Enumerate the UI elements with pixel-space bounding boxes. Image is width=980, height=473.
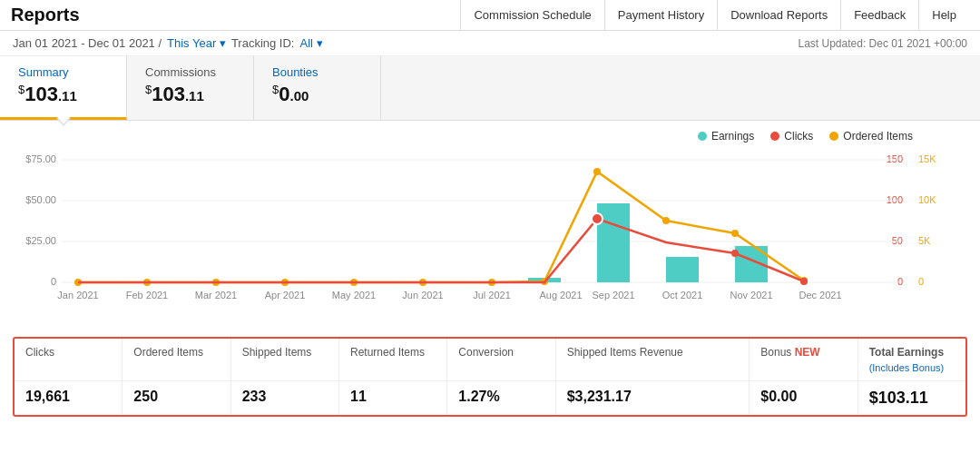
svg-text:5K: 5K bbox=[918, 235, 931, 246]
svg-text:Apr 2021: Apr 2021 bbox=[265, 290, 306, 301]
total-col-sublabel: (Includes Bonus) bbox=[869, 362, 955, 373]
ordered-col-label: Ordered Items bbox=[133, 346, 219, 359]
svg-text:Jan 2021: Jan 2021 bbox=[57, 290, 98, 301]
stats-header-clicks: Clicks bbox=[15, 339, 122, 380]
svg-text:0: 0 bbox=[918, 276, 924, 287]
dot-oct-oi bbox=[662, 217, 670, 224]
summary-tabs: Summary $103.11 Commissions $103.11 Boun… bbox=[0, 56, 980, 121]
revenue-col-label: Shipped Items Revenue bbox=[567, 346, 739, 359]
clicks-dot bbox=[770, 132, 779, 141]
clicks-label: Clicks bbox=[784, 130, 813, 143]
top-nav: Reports Commission Schedule Payment Hist… bbox=[0, 0, 980, 31]
tab-summary-title: Summary bbox=[18, 65, 108, 79]
this-year-filter[interactable]: This Year ▾ bbox=[167, 36, 226, 50]
stats-header-revenue: Shipped Items Revenue bbox=[556, 339, 750, 380]
tab-bounties[interactable]: Bounties $0.00 bbox=[254, 56, 381, 120]
tab-bounties-title: Bounties bbox=[272, 65, 362, 79]
svg-text:0: 0 bbox=[51, 276, 56, 287]
stats-header-shipped: Shipped Items bbox=[231, 339, 339, 380]
svg-text:15K: 15K bbox=[918, 153, 936, 164]
date-range: Jan 01 2021 - Dec 01 2021 / bbox=[13, 36, 162, 50]
bar-oct bbox=[666, 257, 699, 282]
tab-bounties-value: $0.00 bbox=[272, 83, 362, 106]
ordered-value: 250 bbox=[133, 389, 219, 405]
svg-text:Jun 2021: Jun 2021 bbox=[402, 290, 443, 301]
stats-table-wrapper: Clicks Ordered Items Shipped Items Retur… bbox=[13, 337, 967, 417]
revenue-value: $3,231.17 bbox=[567, 389, 739, 405]
svg-text:$25.00: $25.00 bbox=[25, 235, 56, 246]
stats-header-total: Total Earnings (Includes Bonus) bbox=[858, 339, 965, 380]
svg-text:Nov 2021: Nov 2021 bbox=[730, 290, 772, 301]
stats-header-returned: Returned Items bbox=[339, 339, 447, 380]
dot-sep-oi bbox=[593, 168, 601, 175]
tracking-id-filter[interactable]: All ▾ bbox=[299, 36, 322, 50]
nav-feedback[interactable]: Feedback bbox=[840, 0, 918, 31]
chart-container: $75.00 $50.00 $25.00 0 15K 10K 5K 0 150 … bbox=[13, 146, 967, 314]
svg-text:$50.00: $50.00 bbox=[25, 194, 56, 205]
tab-commissions-title: Commissions bbox=[145, 65, 235, 79]
ordered-items-label: Ordered Items bbox=[843, 130, 913, 143]
bonus-value-cell: $0.00 bbox=[750, 381, 858, 415]
tracking-label: Tracking ID: bbox=[231, 36, 295, 50]
nav-download-reports[interactable]: Download Reports bbox=[717, 0, 840, 31]
svg-text:Dec 2021: Dec 2021 bbox=[799, 290, 841, 301]
svg-text:Mar 2021: Mar 2021 bbox=[195, 290, 237, 301]
clicks-value: 19,661 bbox=[25, 389, 111, 405]
stats-header-row: Clicks Ordered Items Shipped Items Retur… bbox=[15, 339, 965, 381]
ordered-items-dot bbox=[829, 132, 838, 141]
conversion-value: 1.27% bbox=[458, 389, 544, 405]
dot-nov-clicks bbox=[731, 250, 739, 257]
earnings-label: Earnings bbox=[711, 130, 754, 143]
svg-text:100: 100 bbox=[887, 194, 903, 205]
total-value-cell: $103.11 bbox=[858, 381, 965, 415]
svg-text:Jul 2021: Jul 2021 bbox=[473, 290, 511, 301]
svg-text:Aug 2021: Aug 2021 bbox=[539, 290, 582, 301]
chart-area: Earnings Clicks Ordered Items $75.00 $50… bbox=[0, 121, 980, 330]
nav-menu: Commission Schedule Payment History Down… bbox=[460, 0, 969, 31]
tab-commissions[interactable]: Commissions $103.11 bbox=[127, 56, 254, 120]
conversion-value-cell: 1.27% bbox=[447, 381, 555, 415]
svg-text:$75.00: $75.00 bbox=[25, 153, 56, 164]
ordered-value-cell: 250 bbox=[122, 381, 230, 415]
dot-nov-oi bbox=[731, 230, 739, 237]
nav-payment-history[interactable]: Payment History bbox=[604, 0, 717, 31]
stats-header-conversion: Conversion bbox=[447, 339, 555, 380]
returned-col-label: Returned Items bbox=[350, 346, 436, 359]
shipped-value: 233 bbox=[242, 389, 328, 405]
shipped-value-cell: 233 bbox=[231, 381, 339, 415]
total-value: $103.11 bbox=[869, 389, 955, 408]
svg-text:Feb 2021: Feb 2021 bbox=[126, 290, 168, 301]
sub-header: Jan 01 2021 - Dec 01 2021 / This Year ▾ … bbox=[0, 31, 980, 56]
svg-text:May 2021: May 2021 bbox=[332, 290, 376, 301]
dot-sep-clicks bbox=[592, 213, 603, 224]
stats-value-row: 19,661 250 233 11 1.27% $3,231.17 $0.00 … bbox=[15, 381, 965, 415]
tab-summary[interactable]: Summary $103.11 bbox=[0, 56, 127, 120]
new-badge: NEW bbox=[795, 346, 820, 359]
chart-legend: Earnings Clicks Ordered Items bbox=[13, 130, 967, 143]
page-title: Reports bbox=[11, 5, 80, 25]
stats-header-bonus: Bonus NEW bbox=[750, 339, 858, 380]
returned-value: 11 bbox=[350, 389, 436, 405]
nav-help[interactable]: Help bbox=[918, 0, 969, 31]
svg-text:50: 50 bbox=[892, 235, 903, 246]
tab-summary-value: $103.11 bbox=[18, 83, 108, 106]
svg-text:Oct 2021: Oct 2021 bbox=[662, 290, 703, 301]
tab-commissions-value: $103.11 bbox=[145, 83, 235, 106]
nav-commission-schedule[interactable]: Commission Schedule bbox=[460, 0, 603, 31]
svg-text:Sep 2021: Sep 2021 bbox=[592, 290, 634, 301]
svg-text:0: 0 bbox=[897, 276, 903, 287]
date-filter: Jan 01 2021 - Dec 01 2021 / This Year ▾ … bbox=[13, 36, 323, 50]
clicks-col-label: Clicks bbox=[25, 346, 111, 359]
stats-header-ordered: Ordered Items bbox=[122, 339, 230, 380]
shipped-col-label: Shipped Items bbox=[242, 346, 328, 359]
dot-dec-clicks bbox=[800, 278, 808, 285]
total-col-label: Total Earnings bbox=[869, 346, 955, 359]
earnings-dot bbox=[698, 132, 707, 141]
bonus-value: $0.00 bbox=[760, 389, 846, 405]
svg-text:150: 150 bbox=[887, 153, 903, 164]
conversion-col-label: Conversion bbox=[458, 346, 544, 359]
legend-clicks: Clicks bbox=[770, 130, 813, 143]
bonus-col-label: Bonus NEW bbox=[760, 346, 846, 359]
last-updated: Last Updated: Dec 01 2021 +00:00 bbox=[799, 37, 967, 50]
returned-value-cell: 11 bbox=[339, 381, 447, 415]
